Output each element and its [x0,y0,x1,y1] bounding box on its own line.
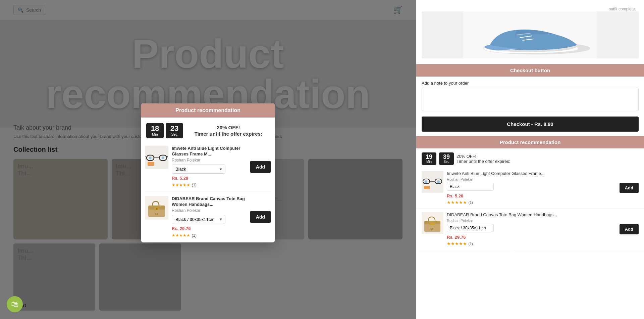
sidebar-timer-sec-box: 39 Sec [439,152,454,165]
modal-offer-text: 20% OFF! Timer until the offer expires: [187,124,270,137]
modal-product-row-1: Imwete Anti Blue Light Computer Glasses … [145,142,271,192]
shoe-image [422,11,639,58]
sidebar-product-2-stars: ★★★★★ [447,241,467,246]
sidebar-product-1-seller: Roshan Polekar [447,177,616,181]
svg-rect-25 [425,180,427,183]
product-1-variant-wrap: Black ▼ [172,165,225,174]
svg-rect-27 [424,186,430,189]
sidebar-product-2-image: 19 [422,212,443,234]
product-recommendation-modal: Product recommendation 18 Min 23 Sec 20%… [141,103,275,242]
glasses-svg [145,146,168,169]
timer-seconds-label: Sec [169,132,180,136]
product-1-image [145,146,168,169]
product-2-variant-select[interactable]: Black / 30x35x11cm [172,215,225,224]
svg-text:19: 19 [430,227,433,230]
shoe-svg [422,11,639,58]
product-2-seller: Roshan Polekar [172,208,247,213]
sidebar-timer-min-box: 19 Min [422,152,436,165]
timer-minutes-label: Min [150,132,160,136]
sidebar-product-item-2: 19 DIDABEAR Brand Canvas Tote Bag Women … [416,209,644,250]
sidebar-product-2-seller: Roshan Polekar [447,219,616,223]
product-2-price: Rs. 29.76 [172,226,247,231]
svg-rect-6 [149,156,152,159]
product-2-stars: ★★★★★ [172,233,190,238]
sidebar-product-1-image [422,171,443,193]
product-1-seller: Roshan Polekar [172,158,247,163]
sidebar-product-1-stars: ★★★★★ [447,200,467,205]
timer-minutes-value: 18 [150,125,160,132]
timer-seconds-value: 23 [169,125,180,132]
shoe-section: outfit complete. [416,0,644,64]
modal-overlay: Product recommendation 18 Min 23 Sec 20%… [0,0,416,319]
shopify-badge[interactable]: 🛍 [7,296,23,312]
sidebar-product-2-info: DIDABEAR Brand Canvas Tote Bag Women Han… [447,212,616,246]
sidebar-offer-text: 20% OFF! Timer until the offer expires: [457,154,510,164]
svg-rect-7 [162,156,164,159]
svg-rect-8 [148,162,154,166]
outfit-complete-text: outfit complete. [422,5,639,11]
product-1-name: Imwete Anti Blue Light Computer Glasses … [172,146,247,157]
product-2-variant-wrap: Black / 30x35x11cm ▼ [172,215,225,224]
add-note-section: Add a note to your order [416,77,644,117]
modal-header: Product recommendation [141,103,275,118]
modal-timer-row: 18 Min 23 Sec 20% OFF! Timer until the o… [141,118,275,142]
product-2-add-button[interactable]: Add [250,211,271,223]
sidebar-recommendation-section: Product recommendation 19 Min 39 Sec 20%… [416,136,644,250]
svg-rect-31 [430,223,435,225]
product-1-variant-select[interactable]: Black [172,165,225,174]
checkout-section-header: Checkout button [416,64,644,77]
product-2-rating-count: (1) [192,233,197,238]
sidebar-bag-svg: 19 [422,212,443,234]
sidebar-product-2-add-button[interactable]: Add [620,224,639,234]
add-note-label: Add a note to your order [422,81,639,86]
sidebar-product-1-name: Imwete Anti Blue Light Computer Glasses … [447,171,616,177]
sidebar-product-2-variant-select[interactable]: Black / 30x35x11cm [447,224,494,232]
checkout-button[interactable]: Checkout - Rs. 8.90 [422,117,639,132]
product-1-price: Rs. 5.28 [172,176,247,181]
sidebar-timer-row: 19 Min 39 Sec 20% OFF! Timer until the o… [416,148,644,168]
sidebar-product-1-info: Imwete Anti Blue Light Computer Glasses … [447,171,616,205]
svg-rect-26 [437,180,440,183]
svg-point-13 [156,208,158,210]
timer-boxes: 18 Min 23 Sec [146,123,183,138]
sidebar-product-item-1: Imwete Anti Blue Light Computer Glasses … [416,168,644,209]
product-1-stars: ★★★★★ [172,183,190,187]
sidebar-timer-min-value: 19 [424,154,434,160]
bag-svg: 19 [145,196,168,220]
timer-seconds-box: 23 Sec [166,123,183,138]
product-1-rating-count: (1) [192,183,197,187]
shopify-icon: 🛍 [11,300,18,309]
product-1-add-button[interactable]: Add [250,161,271,173]
product-2-image: 19 [145,196,168,220]
sidebar-product-2-rating-count: (1) [468,242,473,246]
svg-text:19: 19 [155,212,158,216]
product-1-info: Imwete Anti Blue Light Computer Glasses … [172,146,247,188]
sidebar-product-1-rating-count: (1) [468,200,473,204]
sidebar-product-1-price: Rs. 5.28 [447,193,616,198]
sidebar-timer-min-label: Min [424,160,434,164]
order-note-textarea[interactable] [422,88,639,111]
sidebar-timer-sec-label: Sec [442,160,451,164]
sidebar-timer-sec-value: 39 [442,154,451,160]
sidebar-product-1-add-button[interactable]: Add [620,183,639,193]
modal-body: Imwete Anti Blue Light Computer Glasses … [141,142,275,242]
product-2-name: DIDABEAR Brand Canvas Tote Bag Women Han… [172,196,247,208]
modal-product-row-2: 19 DIDABEAR Brand Canvas Tote Bag Women … [145,192,271,242]
timer-minutes-box: 18 Min [146,123,164,138]
sidebar-product-2-price: Rs. 29.76 [447,235,616,240]
cart-sidebar: outfit complete. Checkout button [416,0,644,319]
sidebar-recommendation-header: Product recommendation [416,136,644,148]
sidebar-product-2-name: DIDABEAR Brand Canvas Tote Bag Women Han… [447,212,616,218]
product-2-info: DIDABEAR Brand Canvas Tote Bag Women Han… [172,196,247,238]
sidebar-product-1-variant-select[interactable]: Black [447,183,494,191]
sidebar-glasses-svg [422,171,443,193]
